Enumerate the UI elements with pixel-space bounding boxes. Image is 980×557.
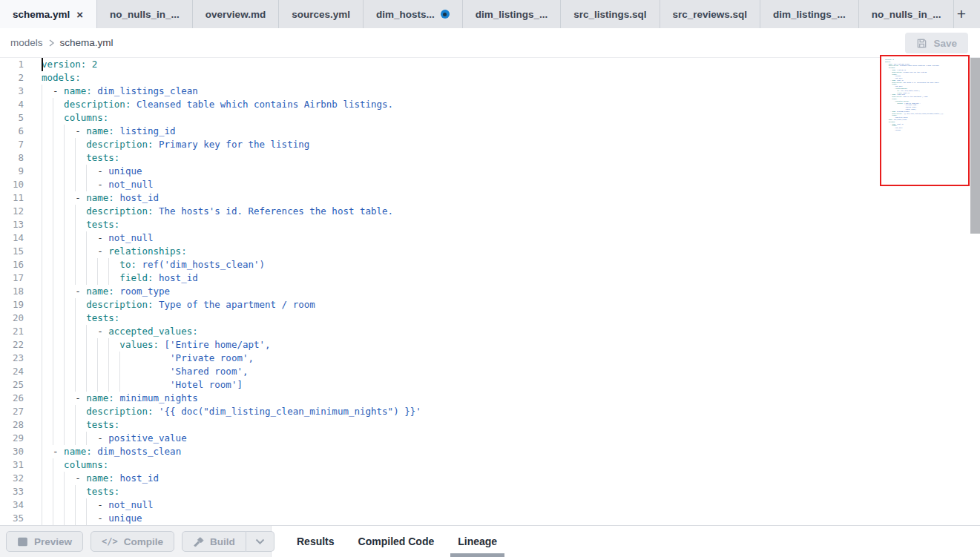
action-buttons: Preview </> Compile Build [0, 526, 272, 557]
code-line-3[interactable]: 3 - name: dim_listings_clean [0, 85, 980, 98]
indent-guide [64, 498, 65, 512]
line-number: 13 [0, 218, 24, 231]
code-line-1[interactable]: 1version: 2 [0, 58, 980, 71]
code-line-18[interactable]: 18 - name: room_type [0, 285, 980, 298]
file-tab-9[interactable]: no_nulls_in_... [859, 0, 955, 28]
indent-guide [53, 285, 53, 298]
editor-scrollbar-thumb[interactable] [970, 58, 980, 234]
save-button[interactable]: Save [905, 33, 968, 53]
code-line-13[interactable]: 13 tests: [0, 218, 980, 231]
code-line-7[interactable]: 7 description: Primary key for the listi… [0, 138, 980, 151]
line-number: 22 [0, 338, 24, 352]
indent-guide [53, 178, 53, 191]
code-line-5[interactable]: 5 columns: [0, 111, 980, 125]
code-line-33[interactable]: 33 tests: [0, 485, 980, 498]
code-line-16[interactable]: 16 to: ref('dim_hosts_clean') [0, 258, 980, 271]
line-number: 25 [0, 378, 24, 392]
build-options-button[interactable] [246, 531, 274, 552]
code-line-22[interactable]: 22 values: ['Entire home/apt', [0, 338, 980, 352]
breadcrumb-file: schema.yml [60, 37, 114, 48]
code-line-10[interactable]: 10 - not_null [0, 178, 980, 191]
indent-guide [86, 258, 87, 271]
code-line-17[interactable]: 17 field: host_id [0, 271, 980, 285]
breadcrumb-dir[interactable]: models [10, 37, 43, 48]
code-line-21[interactable]: 21 - accepted_values: [0, 325, 980, 338]
code-line-4[interactable]: 4 description: Cleansed table which cont… [0, 98, 980, 111]
dbt-ide-window: schema.yml×no_nulls_in_...overview.mdsou… [0, 0, 980, 557]
code-line-8[interactable]: 8 tests: [0, 151, 980, 165]
code-editor[interactable]: 1version: 22models:3 - name: dim_listing… [0, 58, 980, 525]
code-line-24[interactable]: 24 'Shared room', [0, 365, 980, 378]
code-line-29[interactable]: 29 - positive_value [0, 432, 980, 445]
compile-button[interactable]: </> Compile [91, 531, 174, 552]
indent-guide [75, 205, 76, 218]
file-tab-2[interactable]: overview.md [193, 0, 279, 28]
code-line-12[interactable]: 12 description: The hosts's id. Referenc… [0, 205, 980, 218]
indent-guide [42, 445, 42, 458]
indent-guide [42, 218, 42, 231]
panel-tab-lineage[interactable]: Lineage [446, 526, 509, 557]
indent-guide [108, 365, 109, 378]
indent-guide [64, 392, 65, 405]
file-tab-label: dim_listings_... [773, 9, 846, 20]
build-button[interactable]: Build [182, 531, 246, 552]
file-tab-4[interactable]: dim_hosts... [364, 0, 463, 28]
code-line-25[interactable]: 25 'Hotel room'] [0, 378, 980, 392]
close-icon[interactable]: × [76, 9, 84, 20]
indent-guide [42, 405, 42, 418]
code-line-19[interactable]: 19 description: Type of the apartment / … [0, 298, 980, 312]
file-tab-7[interactable]: src_reviews.sql [660, 0, 761, 28]
file-tab-5[interactable]: dim_listings_... [463, 0, 562, 28]
table-icon [17, 536, 28, 547]
line-number: 11 [0, 191, 24, 205]
file-tab-8[interactable]: dim_listings_... [760, 0, 859, 28]
indent-guide [42, 205, 42, 218]
chevron-right-icon [48, 37, 55, 49]
panel-tab-results[interactable]: Results [285, 526, 346, 557]
code-line-23[interactable]: 23 'Private room', [0, 352, 980, 365]
code-line-32[interactable]: 32 - name: host_id [0, 472, 980, 485]
code-line-28[interactable]: 28 tests: [0, 418, 980, 432]
code-line-14[interactable]: 14 - not_null [0, 231, 980, 245]
indent-guide [42, 231, 42, 245]
indent-guide [53, 472, 53, 485]
indent-guide [86, 512, 87, 525]
code-line-35[interactable]: 35 - unique [0, 512, 980, 525]
code-line-27[interactable]: 27 description: '{{ doc("dim_listing_cle… [0, 405, 980, 418]
indent-guide [64, 178, 65, 191]
code-line-31[interactable]: 31 columns: [0, 458, 980, 472]
file-tab-6[interactable]: src_listings.sql [561, 0, 660, 28]
indent-guide [42, 85, 42, 98]
code-line-20[interactable]: 20 tests: [0, 312, 980, 325]
file-tab-label: src_listings.sql [573, 9, 646, 20]
new-tab-button[interactable]: + [949, 0, 974, 28]
line-number: 5 [0, 111, 24, 125]
indent-guide [42, 178, 42, 191]
build-label: Build [210, 536, 235, 547]
file-tab-0[interactable]: schema.yml× [0, 0, 97, 28]
code-line-26[interactable]: 26 - name: minimum_nights [0, 392, 980, 405]
file-tab-1[interactable]: no_nulls_in_... [97, 0, 193, 28]
indent-guide [53, 271, 53, 285]
code-line-6[interactable]: 6 - name: listing_id [0, 125, 980, 138]
preview-button[interactable]: Preview [6, 531, 83, 552]
indent-guide [108, 271, 109, 285]
indent-guide [75, 485, 76, 498]
indent-guide [64, 191, 65, 205]
file-tab-3[interactable]: sources.yml [279, 0, 364, 28]
minimap[interactable]: version: 2models: - name: dim_listings_c… [880, 55, 970, 186]
indent-guide [64, 285, 65, 298]
code-line-9[interactable]: 9 - unique [0, 165, 980, 178]
code-line-30[interactable]: 30 - name: dim_hosts_clean [0, 445, 980, 458]
panel-tab-compiled-code[interactable]: Compiled Code [346, 526, 447, 557]
code-line-15[interactable]: 15 - relationships: [0, 245, 980, 258]
code-line-34[interactable]: 34 - not_null [0, 498, 980, 512]
preview-label: Preview [34, 536, 72, 547]
indent-guide [64, 125, 65, 138]
file-tab-label: schema.yml [13, 9, 70, 20]
code-line-11[interactable]: 11 - name: host_id [0, 191, 980, 205]
indent-guide [42, 458, 42, 472]
code-line-2[interactable]: 2models: [0, 71, 980, 85]
line-number: 6 [0, 125, 24, 138]
file-tab-label: overview.md [205, 9, 266, 20]
